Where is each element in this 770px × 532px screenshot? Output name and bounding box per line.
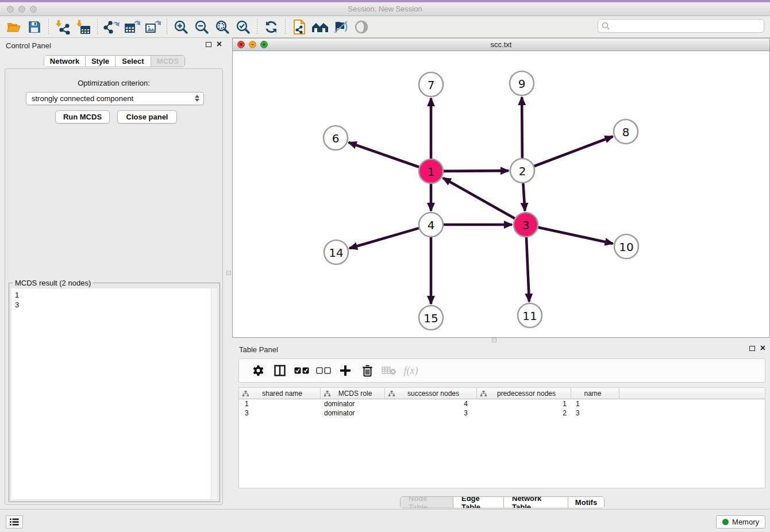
zoom-window-button[interactable] xyxy=(30,6,37,13)
table-row[interactable]: 3dominator323 xyxy=(239,408,765,418)
import-network-icon[interactable] xyxy=(52,18,73,36)
bird-view-icon[interactable] xyxy=(351,18,372,36)
trash-icon[interactable] xyxy=(356,361,378,380)
tab-edge-table[interactable]: Edge Table xyxy=(453,497,504,508)
network-graph[interactable]: 7968124314101511 xyxy=(233,51,769,337)
close-network-button[interactable]: × xyxy=(237,41,245,48)
table-cell[interactable]: dominator xyxy=(321,409,385,417)
search-input[interactable] xyxy=(598,19,764,33)
graph-edge-2-3[interactable] xyxy=(523,183,525,211)
export-network-icon[interactable] xyxy=(101,18,122,36)
control-panel: Control Panel × Network Style Select MCD… xyxy=(0,38,226,509)
graph-node-label: 10 xyxy=(619,240,633,254)
fx-label: f(x) xyxy=(404,365,418,377)
column-header-predecessor-nodes[interactable]: predecessor nodes xyxy=(477,388,571,399)
vertical-splitter[interactable] xyxy=(226,38,232,509)
mcds-result-area[interactable]: 1 3 xyxy=(11,288,217,499)
zoom-fit-icon[interactable] xyxy=(212,18,233,36)
open-session-icon[interactable] xyxy=(3,18,24,36)
graph-edge-3-11[interactable] xyxy=(526,237,529,302)
tab-style[interactable]: Style xyxy=(86,56,116,67)
graph-edge-2-8[interactable] xyxy=(534,136,613,166)
zoom-selected-icon[interactable] xyxy=(233,18,253,36)
close-panel-icon[interactable]: × xyxy=(217,41,222,47)
tab-mcds[interactable]: MCDS xyxy=(151,56,184,67)
column-header-mcds-role[interactable]: MCDS role xyxy=(321,388,385,399)
select-all-icon[interactable] xyxy=(291,361,313,380)
tab-network[interactable]: Network xyxy=(44,56,86,67)
table-cell[interactable]: 2 xyxy=(477,409,571,417)
table-cell[interactable]: 3 xyxy=(571,409,619,417)
graph-edge-3-10[interactable] xyxy=(538,228,613,244)
graph-node-label: 2 xyxy=(519,164,526,178)
refresh-icon[interactable] xyxy=(261,18,282,36)
minimize-network-button[interactable]: − xyxy=(249,41,256,48)
task-history-button[interactable] xyxy=(6,515,23,529)
graph-node-label: 6 xyxy=(332,132,340,145)
tab-select[interactable]: Select xyxy=(116,56,151,67)
close-panel-icon[interactable]: × xyxy=(760,345,765,351)
toolbar-separator xyxy=(97,19,98,35)
table-cell[interactable]: dominator xyxy=(321,400,385,408)
table-row[interactable]: 1dominator411 xyxy=(239,399,765,408)
table-cell[interactable]: 1 xyxy=(239,400,321,408)
select-stepper-icon xyxy=(195,95,199,102)
table-panel-title: Table Panel xyxy=(239,345,278,354)
tab-network-table[interactable]: Network Table xyxy=(504,497,568,508)
save-session-icon[interactable] xyxy=(24,18,45,36)
list-icon xyxy=(10,518,19,526)
export-image-icon[interactable] xyxy=(143,18,163,36)
tab-motifs[interactable]: Motifs xyxy=(568,497,604,508)
horizontal-splitter[interactable] xyxy=(232,338,770,342)
optimization-criterion-value: strongly connected component xyxy=(32,94,133,103)
table-cell[interactable]: 3 xyxy=(239,409,321,417)
column-header-name[interactable]: name xyxy=(571,388,619,399)
optimization-criterion-select[interactable]: strongly connected component xyxy=(26,92,204,105)
run-mcds-button[interactable]: Run MCDS xyxy=(55,110,110,124)
show-columns-icon[interactable] xyxy=(269,361,291,380)
add-icon[interactable] xyxy=(334,361,356,380)
graph-edge-2-9[interactable] xyxy=(522,97,522,158)
node-table: shared name MCDS role successor nodes pr… xyxy=(238,387,765,488)
table-cell[interactable]: 3 xyxy=(385,409,477,417)
memory-button[interactable]: Memory xyxy=(716,515,765,529)
mcds-result-title: MCDS result (2 nodes) xyxy=(13,279,93,287)
network-canvas[interactable]: 7968124314101511 xyxy=(233,51,769,337)
clear-selection-icon[interactable] xyxy=(313,361,334,380)
zoom-in-icon[interactable] xyxy=(171,18,191,36)
table-cell[interactable]: 1 xyxy=(571,400,619,408)
tab-node-table[interactable]: Node Table xyxy=(401,497,453,508)
first-neighbors-icon[interactable] xyxy=(310,18,330,36)
edge-layer xyxy=(349,97,613,304)
export-table-icon[interactable] xyxy=(122,18,143,36)
close-window-button[interactable] xyxy=(7,6,14,13)
table-panel: Table Panel × f(x) xyxy=(232,342,770,509)
column-header-shared-name[interactable]: shared name xyxy=(239,388,321,399)
float-panel-icon[interactable] xyxy=(749,346,755,351)
result-scrollbar[interactable] xyxy=(211,288,217,499)
splitter-grip[interactable] xyxy=(492,338,496,342)
table-settings-icon[interactable] xyxy=(247,361,269,380)
column-header-successor-nodes[interactable]: successor nodes xyxy=(385,388,477,399)
minimize-window-button[interactable] xyxy=(18,6,25,13)
table-cell[interactable]: 1 xyxy=(477,400,571,408)
status-bar: Memory xyxy=(0,509,770,532)
graph-edge-4-14[interactable] xyxy=(349,228,419,248)
graph-edge-3-1[interactable] xyxy=(443,178,515,218)
close-panel-button[interactable]: Close panel xyxy=(117,110,177,124)
new-network-from-selection-icon[interactable] xyxy=(289,18,310,36)
network-window-titlebar[interactable]: × − + scc.txt xyxy=(233,38,769,51)
hide-panels-icon[interactable] xyxy=(330,18,351,36)
search-icon xyxy=(602,22,610,30)
graph-edge-1-2[interactable] xyxy=(444,171,509,171)
delete-table-icon[interactable] xyxy=(378,361,400,380)
graph-edge-1-6[interactable] xyxy=(349,142,419,167)
function-builder-icon[interactable]: f(x) xyxy=(400,361,422,380)
control-panel-tabs: Network Style Select MCDS xyxy=(44,55,185,67)
maximize-network-button[interactable]: + xyxy=(260,41,268,48)
table-cell[interactable]: 4 xyxy=(385,400,477,408)
zoom-out-icon[interactable] xyxy=(191,18,212,36)
splitter-grip[interactable] xyxy=(226,271,231,275)
import-table-icon[interactable] xyxy=(73,18,94,36)
float-panel-icon[interactable] xyxy=(206,42,211,47)
